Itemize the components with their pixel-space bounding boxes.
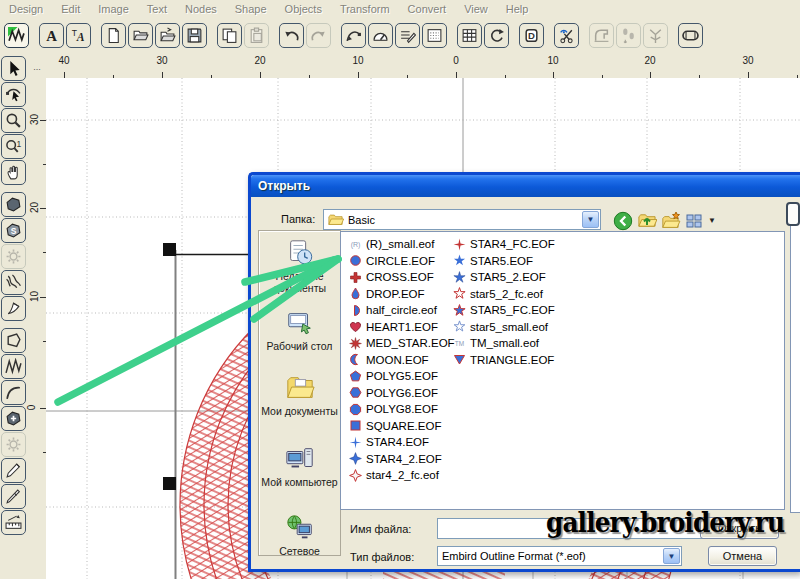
folder-combobox-arrow[interactable]: ▼	[582, 211, 599, 228]
stitch-gauge-button[interactable]	[368, 23, 393, 48]
place-desktop[interactable]: Рабочий стол	[259, 308, 340, 352]
outline-gear-icon	[5, 248, 22, 265]
pattern-fill-button[interactable]	[422, 23, 447, 48]
back-button[interactable]	[611, 209, 635, 232]
file-item[interactable]: POLYG5.EOF	[349, 368, 455, 385]
new-folder-button[interactable]	[659, 209, 683, 232]
outline-shape-button[interactable]	[1, 328, 26, 353]
trim-view-button[interactable]	[554, 23, 579, 48]
menu-item-help[interactable]: Help	[497, 3, 538, 15]
dialog-title-bar[interactable]: Открыть	[251, 175, 800, 197]
zoom-button[interactable]	[1, 108, 26, 133]
file-item[interactable]: star5_2_fc.eof	[453, 286, 555, 303]
stitch-gauge-icon	[372, 27, 389, 44]
file-item[interactable]: CIRCLE.EOF	[349, 253, 455, 270]
partial-button-cutoff[interactable]	[786, 202, 800, 226]
file-item[interactable]: STAR4_2.EOF	[349, 451, 455, 468]
file-item[interactable]: STAR5.EOF	[453, 253, 555, 270]
selection-handle[interactable]	[163, 243, 176, 256]
ruler-label: 10	[547, 55, 558, 66]
file-item[interactable]: DROP.EOF	[349, 286, 455, 303]
menu-item-transform[interactable]: Transform	[331, 3, 399, 15]
file-item[interactable]: TMTM_small.eof	[453, 335, 555, 352]
measure-button[interactable]	[1, 510, 26, 535]
filetype-combobox-arrow[interactable]: ▼	[663, 548, 680, 564]
file-item[interactable]: STAR4.EOF	[349, 434, 455, 451]
lettering-a-button[interactable]: A	[39, 23, 64, 48]
save-file-button[interactable]	[182, 23, 207, 48]
rotate-icon	[488, 27, 505, 44]
file-item[interactable]: star5_small.eof	[453, 319, 555, 336]
selection-handle[interactable]	[163, 477, 176, 490]
undo-button[interactable]	[279, 23, 304, 48]
fill-s-shape-button[interactable]: S	[1, 218, 26, 243]
fill-shape-button[interactable]	[1, 192, 26, 217]
sew-branch-icon	[647, 27, 664, 44]
menu-item-design[interactable]: Design	[0, 3, 52, 15]
up-folder-button[interactable]	[635, 209, 659, 232]
import-file-button[interactable]	[155, 23, 180, 48]
place-my-computer[interactable]: Мой компьютер	[259, 444, 340, 488]
star5-sketch-icon	[453, 320, 466, 333]
node-edit-button[interactable]	[1, 82, 26, 107]
menu-item-objects[interactable]: Objects	[276, 3, 331, 15]
open-file-button[interactable]	[128, 23, 153, 48]
redraw-button[interactable]: D	[519, 23, 544, 48]
menu-item-view[interactable]: View	[455, 3, 497, 15]
ruler-label: 30	[156, 55, 167, 66]
file-item[interactable]: half_circle.eof	[349, 302, 455, 319]
file-item[interactable]: HEART1.EOF	[349, 319, 455, 336]
place-label: Мои документы	[259, 405, 340, 417]
sew-machine-button	[589, 23, 614, 48]
file-item[interactable]: MED_STAR.EOF	[349, 335, 455, 352]
folder-combobox[interactable]: Basic ▼	[323, 209, 601, 230]
rotate-button[interactable]	[484, 23, 509, 48]
knife-button[interactable]	[1, 484, 26, 509]
add-shape-button[interactable]	[1, 406, 26, 431]
curve-line-button[interactable]	[1, 380, 26, 405]
menu-item-nodes[interactable]: Nodes	[176, 3, 226, 15]
file-item[interactable]: TRIANGLE.EOF	[453, 352, 555, 369]
copy-button[interactable]	[217, 23, 242, 48]
menu-item-edit[interactable]: Edit	[52, 3, 89, 15]
cancel-button[interactable]: Отмена	[708, 546, 777, 566]
new-file-button[interactable]	[101, 23, 126, 48]
stitch-edit-button[interactable]	[341, 23, 366, 48]
menu-item-text[interactable]: Text	[138, 3, 176, 15]
grid-box-button[interactable]	[457, 23, 482, 48]
file-list[interactable]: (R)(R)_small.eofCIRCLE.EOFCROSS.EOFDROP.…	[340, 231, 785, 510]
file-item[interactable]: SQUARE.EOF	[349, 418, 455, 435]
views-dropdown-arrow[interactable]: ▼	[708, 216, 716, 225]
select-button[interactable]	[1, 56, 26, 81]
hoop-button[interactable]	[678, 23, 703, 48]
wave-fill-button[interactable]	[1, 270, 26, 295]
design-wizard-button[interactable]	[4, 23, 29, 48]
pen-shape-icon	[5, 300, 22, 317]
place-recent-documents[interactable]: Недавние документы	[259, 238, 340, 294]
file-item[interactable]: STAR4_FC.EOF	[453, 236, 555, 253]
svg-text:S: S	[11, 226, 17, 236]
menu-item-shape[interactable]: Shape	[226, 3, 276, 15]
menu-item-image[interactable]: Image	[89, 3, 138, 15]
folder-combobox-value: Basic	[344, 214, 581, 226]
file-item[interactable]: STAR5_FC.EOF	[453, 302, 555, 319]
file-item[interactable]: POLYG6.EOF	[349, 385, 455, 402]
filetype-combobox[interactable]: Embird Outline Format (*.eof) ▼	[437, 546, 682, 566]
menu-item-convert[interactable]: Convert	[399, 3, 456, 15]
zigzag-line-button[interactable]	[1, 354, 26, 379]
pencil-button[interactable]	[1, 458, 26, 483]
pan-button[interactable]	[1, 160, 26, 185]
lettering-ta-button[interactable]: TA	[66, 23, 91, 48]
zoom-1-button[interactable]: 1	[1, 134, 26, 159]
pen-shape-button[interactable]	[1, 296, 26, 321]
file-item[interactable]: MOON.EOF	[349, 352, 455, 369]
file-item[interactable]: (R)(R)_small.eof	[349, 236, 455, 253]
place-my-documents[interactable]: Мои документы	[259, 373, 340, 417]
file-item[interactable]: star4_2_fc.eof	[349, 467, 455, 484]
sew-layers-button[interactable]	[395, 23, 420, 48]
place-network[interactable]: Сетевое	[259, 513, 340, 557]
views-button[interactable]	[683, 209, 707, 232]
file-item[interactable]: POLYG8.EOF	[349, 401, 455, 418]
file-item[interactable]: CROSS.EOF	[349, 269, 455, 286]
file-item[interactable]: STAR5_2.EOF	[453, 269, 555, 286]
